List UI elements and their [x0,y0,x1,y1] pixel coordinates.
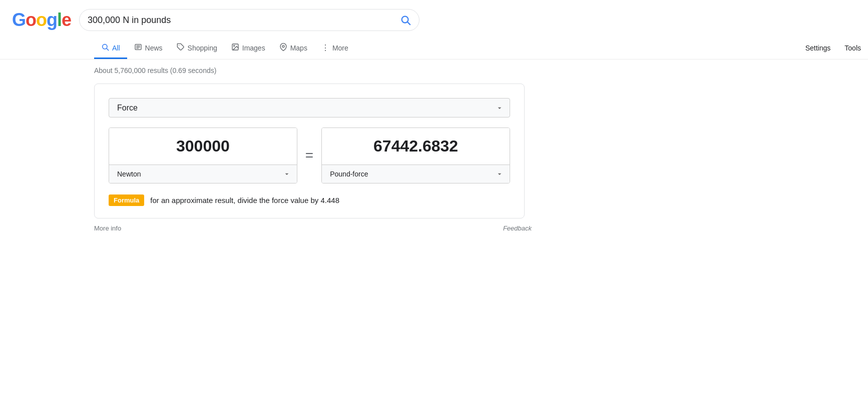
nav-tabs: All News Shopping Images Maps ⋮ More Set… [0,34,868,60]
tab-maps-label: Maps [290,44,307,52]
tab-more-label: More [332,44,348,52]
formula-text: for an approximate result, divide the fo… [150,196,339,204]
from-value-input[interactable] [109,128,297,164]
tab-shopping-label: Shopping [188,44,217,52]
formula-badge: Formula [109,194,144,206]
tab-shopping[interactable]: Shopping [170,38,224,59]
tab-tools[interactable]: Tools [837,39,868,58]
svg-line-1 [407,22,410,24]
from-box: Newton [109,128,297,184]
search-tab-icon [101,43,109,52]
equals-sign: = [305,148,313,164]
search-icon [400,14,411,26]
search-button[interactable] [400,14,411,26]
tab-all[interactable]: All [94,38,127,59]
tab-news[interactable]: News [127,38,170,59]
logo-l: l [57,10,62,30]
tab-news-label: News [145,44,163,52]
formula-row: Formula for an approximate result, divid… [109,194,510,206]
images-tab-icon [231,43,239,52]
tab-settings-label: Settings [805,44,831,52]
more-info-link[interactable]: More info [94,224,121,232]
svg-point-10 [233,46,234,46]
unit-type-select[interactable]: Force [109,98,510,118]
to-unit-select[interactable]: Pound-force [322,164,510,183]
to-value-input[interactable] [322,128,510,164]
maps-tab-icon [279,43,287,52]
shopping-tab-icon [177,43,185,52]
logo-g1: G [12,10,26,30]
tab-settings[interactable]: Settings [798,39,838,58]
tab-all-label: All [112,44,120,52]
tab-images-label: Images [242,44,265,52]
tab-images[interactable]: Images [224,38,272,59]
to-box: Pound-force [321,128,510,184]
logo-o2: o [36,10,47,30]
header: Google [0,0,868,31]
from-unit-select[interactable]: Newton [109,164,297,183]
logo-e: e [62,10,71,30]
google-logo: Google [12,10,71,30]
logo-o1: o [26,10,36,30]
results-count: About 5,760,000 results (0.69 seconds) [0,60,868,80]
search-input[interactable] [88,15,395,26]
conversion-row: Newton = Pound-force [109,128,510,184]
nav-settings-group: Settings Tools [798,39,868,58]
feedback-link[interactable]: Feedback [503,224,532,232]
svg-line-3 [107,48,109,50]
converter-card: Force Newton = Pound-force Formula for a… [94,84,525,218]
bottom-links: More info Feedback [0,218,626,238]
svg-point-11 [282,46,284,48]
logo-g2: g [47,10,57,30]
tab-more[interactable]: ⋮ More [314,39,355,58]
tab-maps[interactable]: Maps [272,38,314,59]
search-bar[interactable] [79,9,419,31]
tab-tools-label: Tools [844,44,861,52]
news-tab-icon [134,43,142,52]
more-tab-icon: ⋮ [321,44,329,52]
